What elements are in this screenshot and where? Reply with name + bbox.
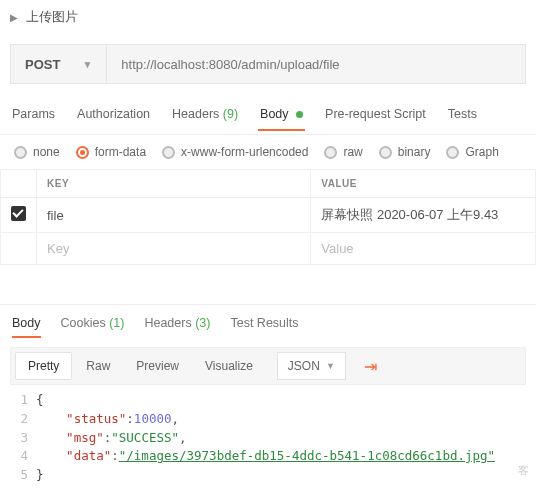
view-pretty[interactable]: Pretty (15, 352, 72, 380)
key-placeholder[interactable]: Key (37, 233, 311, 265)
body-type-radios: none form-data x-www-form-urlencoded raw… (0, 135, 536, 169)
table-row-empty[interactable]: Key Value (1, 233, 536, 265)
wrap-lines-icon[interactable]: ⇥ (358, 357, 383, 376)
tab-tests[interactable]: Tests (448, 97, 477, 131)
view-visualize[interactable]: Visualize (193, 353, 265, 379)
form-data-table: KEY VALUE file 屏幕快照 2020-06-07 上午9.43 Ke… (0, 169, 536, 265)
resp-tab-headers[interactable]: Headers (3) (144, 316, 210, 330)
radio-binary[interactable]: binary (379, 145, 431, 159)
resp-tab-body[interactable]: Body (12, 316, 41, 330)
url-bar: POST ▼ http://localhost:8080/admin/uploa… (10, 44, 526, 84)
view-preview[interactable]: Preview (124, 353, 191, 379)
radio-raw[interactable]: raw (324, 145, 362, 159)
tab-params[interactable]: Params (12, 97, 55, 131)
caret-right-icon: ▶ (10, 12, 18, 23)
radio-form-data[interactable]: form-data (76, 145, 146, 159)
method-label: POST (25, 57, 60, 72)
view-raw[interactable]: Raw (74, 353, 122, 379)
response-toolbar: Pretty Raw Preview Visualize JSON ▼ ⇥ (10, 347, 526, 385)
col-key: KEY (37, 170, 311, 198)
response-tabs: Body Cookies (1) Headers (3) Test Result… (0, 305, 536, 341)
http-method-select[interactable]: POST ▼ (11, 45, 107, 83)
watermark: 客 (518, 463, 530, 478)
tab-headers[interactable]: Headers (9) (172, 97, 238, 131)
collapse-section[interactable]: ▶ 上传图片 (0, 0, 536, 34)
active-dot-icon (296, 111, 303, 118)
key-cell[interactable]: file (37, 198, 311, 233)
url-input[interactable]: http://localhost:8080/admin/upload/file (107, 45, 525, 83)
value-cell[interactable]: 屏幕快照 2020-06-07 上午9.43 (311, 198, 536, 233)
tab-prerequest[interactable]: Pre-request Script (325, 97, 426, 131)
radio-graph[interactable]: Graph (446, 145, 498, 159)
table-row[interactable]: file 屏幕快照 2020-06-07 上午9.43 (1, 198, 536, 233)
resp-tab-cookies[interactable]: Cookies (1) (61, 316, 125, 330)
col-value: VALUE (311, 170, 536, 198)
section-title: 上传图片 (26, 8, 78, 26)
tab-body[interactable]: Body (260, 97, 303, 131)
format-select[interactable]: JSON ▼ (277, 352, 346, 380)
resp-tab-testresults[interactable]: Test Results (230, 316, 298, 330)
url-text: http://localhost:8080/admin/upload/file (121, 57, 339, 72)
tab-authorization[interactable]: Authorization (77, 97, 150, 131)
request-tabs: Params Authorization Headers (9) Body Pr… (0, 94, 536, 134)
checkbox-icon[interactable] (11, 206, 26, 221)
radio-none[interactable]: none (14, 145, 60, 159)
value-placeholder[interactable]: Value (311, 233, 536, 265)
chevron-down-icon: ▼ (326, 361, 335, 371)
chevron-down-icon: ▼ (82, 59, 92, 70)
response-body[interactable]: 1{ 2 "status": 10000, 3 "msg": "SUCCESS"… (0, 385, 536, 485)
radio-x-www[interactable]: x-www-form-urlencoded (162, 145, 308, 159)
